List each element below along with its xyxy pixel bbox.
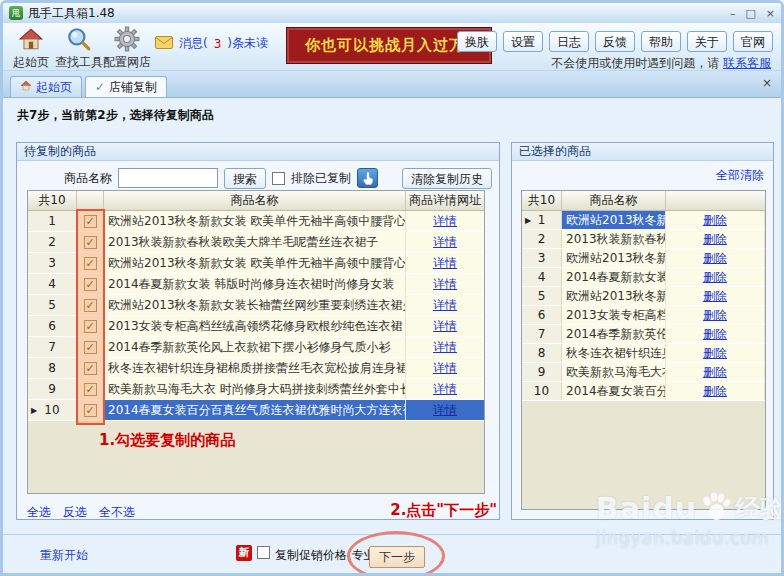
row-number: 7: [538, 327, 546, 341]
message-text-suffix: )条未读: [227, 35, 268, 52]
exclude-copied-checkbox[interactable]: [272, 172, 285, 185]
row-checkbox-checked[interactable]: ✓: [84, 383, 97, 396]
table-row[interactable]: ▶ 10 ✓ 2014春夏女装百分百真丝气质连衣裙优雅时尚大方连衣裙爆款女装 详…: [28, 400, 484, 421]
detail-link[interactable]: 详情: [433, 339, 457, 356]
minimize-button[interactable]: –: [730, 7, 736, 20]
close-button[interactable]: ×: [766, 7, 775, 20]
detail-link[interactable]: 详情: [433, 234, 457, 251]
delete-link[interactable]: 删除: [703, 212, 727, 229]
row-number-cell: ▶ 1: [522, 211, 562, 229]
delete-cell: 删除: [666, 230, 765, 248]
table-row[interactable]: ▶ 4 ✓ 2014春夏新款女装 韩版时尚修身连衣裙时尚修身女装 详情: [28, 274, 484, 295]
delete-link[interactable]: 删除: [703, 364, 727, 381]
toolbar-button[interactable]: 官网: [733, 31, 773, 52]
table-row[interactable]: ▶ 9 ✓ 欧美新款马海毛大衣 时尚修身大码拼接刺绣蕾丝外套中长款风衣 女 详情: [28, 379, 484, 400]
detail-cell: 详情: [406, 379, 484, 399]
restart-link[interactable]: 重新开始: [40, 547, 88, 564]
row-checkbox-checked[interactable]: ✓: [84, 341, 97, 354]
product-name-cell: 秋冬连衣裙针织连身...: [562, 344, 666, 362]
clear-copy-history-button[interactable]: 清除复制历史: [402, 168, 492, 189]
detail-link[interactable]: 详情: [433, 255, 457, 272]
detail-link[interactable]: 详情: [433, 318, 457, 335]
tab-home[interactable]: 起始页: [10, 76, 82, 97]
table-row[interactable]: ▶ 1 ✓ 欧洲站2013秋冬新款女装 欧美单件无袖半高领中腰背心裙短裙 详情: [28, 211, 484, 232]
table-row[interactable]: ▶ 9 欧美新款马海毛大衣 ... 删除: [522, 363, 765, 382]
row-checkbox-checked[interactable]: ✓: [84, 320, 97, 333]
toolbar-button[interactable]: 关于: [687, 31, 727, 52]
table-row[interactable]: ▶ 3 欧洲站2013秋冬新款... 删除: [522, 249, 765, 268]
detail-link[interactable]: 详情: [433, 360, 457, 377]
detail-link[interactable]: 详情: [433, 297, 457, 314]
select-all-link[interactable]: 全选: [27, 504, 51, 521]
row-number-cell: ▶ 2: [28, 232, 77, 252]
delete-link[interactable]: 删除: [703, 269, 727, 286]
toolbar-item-label: 配置网店: [103, 54, 151, 71]
table-row[interactable]: ▶ 5 ✓ 欧洲站2013秋冬新款女装长袖蕾丝网纱重要刺绣连衣裙少妇气质女装 详…: [28, 295, 484, 316]
row-checkbox-checked[interactable]: ✓: [84, 278, 97, 291]
product-name-cell: 2014春季新款英伦风...: [562, 325, 666, 343]
checkmark-icon: ✓: [95, 80, 105, 94]
search-button[interactable]: 搜索: [224, 168, 266, 189]
tab-bar: 起始页 ✓ 店铺复制 ×: [3, 71, 781, 98]
delete-link[interactable]: 删除: [703, 307, 727, 324]
delete-link[interactable]: 删除: [703, 288, 727, 305]
row-checkbox-checked[interactable]: ✓: [84, 257, 97, 270]
invert-select-link[interactable]: 反选: [63, 504, 87, 521]
row-number: 9: [538, 365, 546, 379]
row-checkbox-checked[interactable]: ✓: [84, 362, 97, 375]
tab-close-icon[interactable]: ×: [762, 76, 772, 90]
delete-link[interactable]: 删除: [703, 383, 727, 400]
delete-link[interactable]: 删除: [703, 326, 727, 343]
toolbar-button[interactable]: 帮助: [641, 31, 681, 52]
detail-link[interactable]: 详情: [433, 276, 457, 293]
table-row[interactable]: ▶ 8 秋冬连衣裙针织连身... 删除: [522, 344, 765, 363]
toolbar-item-find-tool[interactable]: 查找工具: [55, 25, 103, 71]
copy-promo-price-checkbox[interactable]: [257, 546, 270, 559]
detail-cell: 详情: [406, 274, 484, 294]
row-number-cell: ▶ 7: [522, 325, 562, 343]
row-number-cell: ▶ 3: [28, 253, 77, 273]
row-checkbox-checked[interactable]: ✓: [84, 404, 97, 417]
table-row[interactable]: ▶ 3 ✓ 欧洲站2013秋冬新款女装 欧美单件无袖半高领中腰背心裙短裙 详情: [28, 253, 484, 274]
hand-help-icon[interactable]: [357, 168, 378, 188]
table-row[interactable]: ▶ 7 ✓ 2014春季新款英伦风上衣款裙下摆小衫修身气质小衫 详情: [28, 337, 484, 358]
row-checkbox-checked[interactable]: ✓: [84, 299, 97, 312]
message-link[interactable]: 消息( 3 )条未读: [155, 35, 268, 52]
next-step-button[interactable]: 下一步: [369, 546, 425, 568]
table-row[interactable]: ▶ 4 2014春夏新款女装 ... 删除: [522, 268, 765, 287]
select-none-link[interactable]: 全不选: [99, 504, 135, 521]
toolbar-button[interactable]: 换肤: [457, 31, 497, 52]
delete-link[interactable]: 删除: [703, 231, 727, 248]
row-number-cell: ▶ 1: [28, 211, 77, 231]
delete-link[interactable]: 删除: [703, 250, 727, 267]
toolbar-button[interactable]: 反馈: [595, 31, 635, 52]
toolbar-button[interactable]: 日志: [549, 31, 589, 52]
delete-cell: 删除: [666, 325, 765, 343]
row-number: 1: [538, 213, 546, 227]
table-row[interactable]: ▶ 5 欧洲站2013秋冬新款... 删除: [522, 287, 765, 306]
table-row[interactable]: ▶ 6 2013女装专柜高档丝... 删除: [522, 306, 765, 325]
table-row[interactable]: ▶ 6 ✓ 2013女装专柜高档丝绒高领绣花修身欧根纱纯色连衣裙 详情: [28, 316, 484, 337]
product-name-input[interactable]: [118, 168, 218, 188]
toolbar-button[interactable]: 设置: [503, 31, 543, 52]
detail-link[interactable]: 详情: [433, 213, 457, 230]
table-row[interactable]: ▶ 7 2014春季新款英伦风... 删除: [522, 325, 765, 344]
delete-link[interactable]: 删除: [703, 345, 727, 362]
table-row[interactable]: ▶ 1 欧洲站2013秋冬新款... 删除: [522, 211, 765, 230]
home-icon: [18, 25, 44, 53]
row-checkbox-checked[interactable]: ✓: [84, 215, 97, 228]
maximize-button[interactable]: □: [745, 7, 755, 20]
row-checkbox-checked[interactable]: ✓: [84, 236, 97, 249]
contact-support-link[interactable]: 联系客服: [723, 56, 771, 70]
detail-link[interactable]: 详情: [433, 402, 457, 419]
table-row[interactable]: ▶ 2 2013秋装新款春秋装... 删除: [522, 230, 765, 249]
tab-shop-copy[interactable]: ✓ 店铺复制: [85, 76, 167, 97]
detail-link[interactable]: 详情: [433, 381, 457, 398]
clear-all-link[interactable]: 全部清除: [716, 167, 764, 184]
table-row[interactable]: ▶ 8 ✓ 秋冬连衣裙针织连身裙棉质拼接蕾丝毛衣宽松披肩连身裙明星气质款 详情: [28, 358, 484, 379]
table-row[interactable]: ▶ 2 ✓ 2013秋装新款春秋装欧美大牌羊毛呢蕾丝连衣裙子 详情: [28, 232, 484, 253]
table-row[interactable]: ▶ 10 2014春夏女装百分百... 删除: [522, 382, 765, 401]
home-mini-icon: [20, 80, 32, 94]
toolbar-item-home[interactable]: 起始页: [7, 25, 55, 71]
toolbar-item-config-shop[interactable]: 配置网店: [103, 25, 151, 71]
